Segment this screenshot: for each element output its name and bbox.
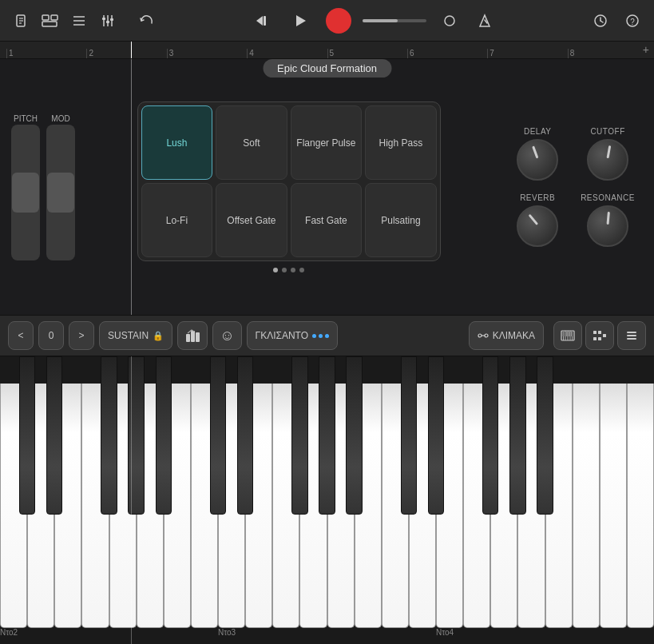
piano-icon-button[interactable]	[553, 321, 582, 350]
emoji-button[interactable]: ☺	[212, 321, 241, 350]
ruler-plus-icon[interactable]: +	[643, 43, 649, 56]
octave-prev-button[interactable]: <	[8, 321, 34, 350]
main-playhead	[131, 59, 132, 315]
svg-rect-49	[627, 335, 636, 336]
keyboard-container: Ντο2 Ντο3 Ντο4	[0, 356, 654, 644]
tracks-icon[interactable]	[38, 9, 62, 33]
emoji-icon: ☺	[220, 328, 234, 344]
black-key-1-3[interactable]	[291, 356, 307, 515]
pads-dot-1[interactable]	[273, 268, 278, 272]
pad-high-pass[interactable]: High Pass	[365, 105, 437, 180]
svg-rect-15	[110, 18, 113, 21]
svg-marker-18	[296, 15, 306, 26]
white-key-21[interactable]	[573, 384, 600, 628]
black-key-0-4[interactable]	[128, 356, 144, 515]
delay-knob-group: DELAY	[510, 127, 565, 181]
svg-marker-16	[256, 16, 263, 26]
black-key-1-1[interactable]	[237, 356, 253, 515]
black-key-1-5[interactable]	[346, 356, 362, 515]
svg-rect-47	[598, 337, 601, 340]
pad-soft[interactable]: Soft	[216, 105, 287, 180]
svg-rect-29	[196, 332, 200, 342]
black-key-2-5[interactable]	[537, 356, 553, 515]
pad-offset-gate[interactable]: Offset Gate	[216, 183, 287, 257]
volume-slider[interactable]	[363, 19, 426, 22]
cutoff-knob[interactable]	[587, 139, 628, 181]
svg-rect-27	[186, 334, 190, 342]
black-key-0-3[interactable]	[101, 356, 117, 515]
black-key-2-4[interactable]	[509, 356, 525, 515]
song-name[interactable]: Epic Cloud Formation	[263, 59, 391, 78]
resonance-knob[interactable]	[587, 205, 628, 247]
white-key-22[interactable]	[600, 384, 627, 628]
black-key-2-3[interactable]	[482, 356, 498, 515]
slider-labels: PITCH MOD	[11, 114, 75, 123]
svg-rect-13	[102, 18, 105, 20]
playhead-line	[131, 42, 132, 58]
pad-flanger-pulse[interactable]: Flanger Pulse	[291, 105, 363, 180]
volume-circle-icon	[438, 9, 462, 33]
black-key-1-0[interactable]	[210, 356, 226, 515]
ruler-mark-6: 6	[407, 49, 487, 58]
arp-button[interactable]	[177, 321, 208, 350]
black-key-0-5[interactable]	[156, 356, 172, 515]
sustain-button[interactable]: SUSTAIN 🔒	[99, 321, 172, 350]
record-button[interactable]	[326, 8, 351, 34]
pad-lush[interactable]: Lush	[141, 105, 213, 180]
black-key-0-1[interactable]	[46, 356, 62, 515]
mod-slider[interactable]	[46, 125, 75, 260]
undo-btn[interactable]	[134, 9, 158, 33]
white-key-23[interactable]	[627, 384, 654, 628]
pads-pagination	[273, 268, 304, 272]
svg-rect-4	[42, 15, 49, 20]
note-labels: Ντο2 Ντο3 Ντο4	[0, 628, 654, 644]
new-document-icon[interactable]	[10, 9, 34, 33]
mixer-icon[interactable]	[96, 9, 120, 33]
ruler-mark-3: 3	[167, 49, 247, 58]
svg-rect-48	[627, 332, 636, 333]
resonance-knob-group: RESONANCE	[581, 193, 635, 247]
rewind-button[interactable]	[251, 9, 275, 33]
main-area: PITCH MOD Lush Soft Flanger Pulse High P…	[0, 59, 654, 315]
octave-next-button[interactable]: >	[69, 321, 94, 350]
pads-dot-3[interactable]	[291, 268, 295, 272]
reverb-knob[interactable]	[517, 205, 558, 247]
toolbar-right: ?	[589, 9, 644, 33]
pad-fast-gate[interactable]: Fast Gate	[291, 183, 363, 257]
play-button[interactable]	[286, 6, 315, 35]
pad-lo-fi[interactable]: Lo-Fi	[141, 183, 213, 257]
knobs-section: DELAY CUTOFF REVERB RESONANCE	[502, 119, 643, 255]
toolbar-left	[10, 9, 120, 33]
pad-pulsating[interactable]: Pulsating	[365, 183, 437, 257]
pattern-icon-button[interactable]	[585, 321, 614, 350]
cutoff-label: CUTOFF	[590, 127, 624, 136]
lock-icon: 🔒	[153, 331, 164, 341]
resonance-label: RESONANCE	[581, 193, 635, 202]
black-key-2-0[interactable]	[401, 356, 417, 515]
mod-thumb	[47, 173, 74, 213]
pads-dot-4[interactable]	[299, 268, 304, 272]
pads-dot-2[interactable]	[282, 268, 287, 272]
help-button[interactable]: ?	[620, 9, 644, 33]
clock-icon[interactable]	[589, 9, 612, 33]
glide-dot-1	[312, 334, 316, 338]
svg-point-19	[445, 16, 454, 26]
glide-button[interactable]: ΓΚΛΙΣΑΝΤΟ	[247, 321, 339, 350]
delay-knob[interactable]	[517, 139, 558, 181]
reverb-label: REVERB	[520, 193, 555, 202]
black-key-0-0[interactable]	[19, 356, 35, 515]
ruler-mark-4: 4	[247, 49, 327, 58]
ruler-mark-1: 1	[6, 49, 86, 58]
svg-rect-39	[563, 331, 565, 336]
pitch-slider[interactable]	[11, 125, 40, 260]
scala-button[interactable]: ΚΛΙΜΑΚΑ	[469, 321, 544, 350]
ruler-mark-5: 5	[327, 49, 407, 58]
metronome-icon[interactable]	[473, 9, 497, 33]
svg-rect-17	[264, 16, 266, 26]
svg-rect-6	[42, 22, 57, 26]
svg-rect-44	[598, 331, 601, 334]
black-key-2-1[interactable]	[428, 356, 444, 515]
list-icon[interactable]	[67, 9, 91, 33]
black-key-1-4[interactable]	[319, 356, 335, 515]
options-icon-button[interactable]	[617, 321, 646, 350]
